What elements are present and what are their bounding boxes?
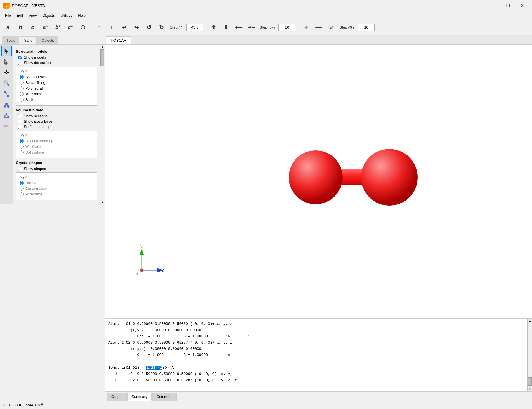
poscar-tab[interactable]: POSCAR [106, 36, 131, 44]
svg-point-19 [361, 149, 418, 206]
surface-coloring-label[interactable]: Surface coloring [24, 125, 50, 129]
axis-b-button[interactable]: b [15, 22, 26, 33]
translate-left-button[interactable]: ⬅⬅ [233, 22, 244, 33]
network-tool-button[interactable] [1, 110, 12, 121]
space-filling-radio[interactable] [20, 81, 24, 85]
ball-and-stick-radio[interactable] [20, 75, 24, 79]
svg-text:b: b [140, 245, 142, 249]
smooth-shading-radio[interactable] [20, 139, 24, 143]
atom-tool-button[interactable] [1, 100, 12, 110]
menu-utilities[interactable]: Utilities [58, 12, 75, 19]
unicolor-radio[interactable] [20, 181, 24, 185]
rotate-up-button[interactable]: ↑ [93, 22, 105, 33]
step-pct-label: Step (%): [338, 25, 356, 29]
style-radio-group: Style Ball-and-stick Space-filling Polyh… [16, 67, 97, 106]
vol-wireframe-radio[interactable] [20, 145, 24, 149]
axis-bstar-button[interactable]: b* [52, 22, 64, 33]
polyhedral-label[interactable]: Polyhedral [25, 86, 43, 90]
zoom-in-button[interactable]: + [300, 22, 312, 33]
radio-stick: Stick [20, 97, 94, 102]
show-models-checkbox[interactable] [18, 56, 22, 59]
step-px-label: Step (px): [258, 25, 277, 29]
marquee-tool-button[interactable] [1, 57, 12, 67]
output-scroll-down[interactable]: ▼ [528, 387, 532, 391]
svg-text:c: c [162, 268, 164, 273]
tab-tools[interactable]: Tools [2, 36, 19, 44]
sidebar-scroll-up[interactable]: ▲ [100, 45, 105, 49]
step-pct-input[interactable] [358, 24, 375, 31]
dot-surface-radio[interactable] [20, 150, 24, 154]
space-filling-label[interactable]: Space-filling [25, 80, 45, 85]
show-models-label[interactable]: Show models [24, 55, 46, 59]
show-dot-surface-label[interactable]: Show dot surface [24, 61, 52, 65]
unicolor-label[interactable]: Unicolor [25, 181, 39, 185]
axis-a-button[interactable]: a [2, 22, 14, 33]
tab-style[interactable]: Style [20, 36, 37, 44]
minimize-button[interactable]: — [487, 1, 500, 10]
show-isosurfaces-label[interactable]: Show isosurfaces [24, 119, 53, 123]
select-tool-button[interactable] [1, 46, 12, 56]
show-sections-label[interactable]: Show sections [24, 114, 48, 118]
output-tab-summary[interactable]: Summary [127, 393, 152, 401]
custom-color-label[interactable]: Custom color [25, 186, 47, 191]
wireframe-label[interactable]: Wireframe [25, 92, 42, 96]
show-sections-checkbox[interactable] [18, 114, 22, 118]
output-line-5: (x,y,z): 0.00000 0.00000 0.00000 [108, 346, 524, 352]
surface-coloring-checkbox[interactable] [18, 125, 22, 129]
step-degrees-input[interactable] [186, 24, 203, 31]
menu-view[interactable]: View [26, 12, 39, 19]
tilt-right-button[interactable]: ↻ [156, 22, 167, 33]
translate-right-button[interactable]: ➡➡ [246, 22, 257, 33]
show-isosurfaces-checkbox[interactable] [18, 120, 22, 123]
dot-surface-label[interactable]: Dot surface [25, 150, 44, 154]
axis-c-button[interactable]: c [27, 22, 39, 33]
rotate-left-button[interactable]: ↩ [118, 22, 130, 33]
close-button[interactable]: ✕ [516, 1, 529, 10]
menu-help[interactable]: Help [75, 12, 88, 19]
perspective-button[interactable]: ⬡ [77, 22, 88, 33]
show-dot-surface-checkbox[interactable] [18, 61, 22, 65]
output-scroll-up[interactable]: ▲ [528, 319, 532, 323]
output-scroll-thumb[interactable] [528, 377, 532, 386]
vol-wireframe-label[interactable]: Wireframe [25, 144, 42, 149]
show-shapes-label[interactable]: Show shapes [24, 167, 46, 171]
bond-tool-button[interactable] [1, 89, 12, 99]
rotate-down-button[interactable]: ↓ [106, 22, 117, 33]
sidebar-scroll-down[interactable]: ▼ [100, 200, 105, 204]
ball-and-stick-label[interactable]: Ball-and-stick [25, 75, 47, 79]
translate-down-button[interactable]: ⬇ [221, 22, 232, 33]
show-shapes-checkbox[interactable] [18, 167, 22, 171]
paint-tool-button[interactable]: ✏ [1, 121, 12, 131]
translate-tool-button[interactable]: ✛ [1, 67, 12, 78]
crystal-style-group-title: Style [20, 175, 94, 179]
viewport[interactable]: b c a [105, 45, 532, 318]
custom-color-radio[interactable] [20, 187, 24, 191]
surface-coloring-row: Surface coloring [18, 125, 97, 129]
zoom-out-button[interactable]: — [313, 22, 324, 33]
step-px-input[interactable] [278, 24, 295, 31]
axis-cstar-button[interactable]: c* [65, 22, 76, 33]
output-tab-output[interactable]: Output [107, 393, 127, 401]
crystal-wireframe-label[interactable]: Wireframe [25, 192, 42, 196]
tilt-left-button[interactable]: ↺ [143, 22, 155, 33]
maximize-button[interactable]: ☐ [501, 1, 514, 10]
radio-polyhedral: Polyhedral [20, 86, 94, 90]
wireframe-radio[interactable] [20, 92, 24, 96]
stick-radio[interactable] [20, 98, 24, 102]
stick-label[interactable]: Stick [25, 97, 33, 102]
polyhedral-radio[interactable] [20, 86, 24, 90]
menu-edit[interactable]: Edit [14, 12, 26, 19]
menu-file[interactable]: File [2, 12, 14, 19]
sidebar-scroll-thumb[interactable] [100, 49, 104, 66]
tab-objects[interactable]: Objects [37, 36, 58, 44]
smooth-shading-label[interactable]: Smooth shading [25, 139, 52, 143]
rotate-right-button[interactable]: ↪ [131, 22, 142, 33]
toolbar-sep-3 [298, 23, 298, 32]
output-tab-comment[interactable]: Comment [152, 393, 177, 401]
axis-astar-button[interactable]: a* [40, 22, 51, 33]
crystal-wireframe-radio[interactable] [20, 192, 24, 196]
zoom-tool-button[interactable]: 🔍 [1, 78, 12, 88]
fit-button[interactable]: ⤢ [325, 22, 337, 33]
menu-objects[interactable]: Objects [39, 12, 58, 19]
translate-up-button[interactable]: ⬆ [208, 22, 219, 33]
